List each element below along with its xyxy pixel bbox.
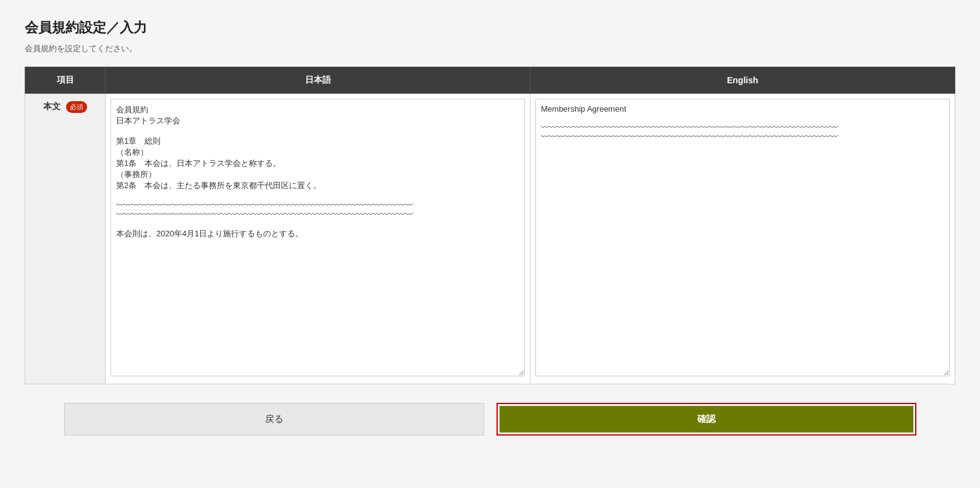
table-row: 本文 必須 会員規約 日本アトラス学会 第1章 総則 （名称） 第1条 本会は、…: [25, 94, 955, 384]
back-button[interactable]: 戻る: [64, 403, 484, 436]
col-header-japanese: 日本語: [106, 67, 530, 94]
col-header-item: 項目: [25, 67, 106, 94]
japanese-textarea-cell: 会員規約 日本アトラス学会 第1章 総則 （名称） 第1条 本会は、日本アトラス…: [106, 94, 530, 384]
page-subtitle: 会員規約を設定してください。: [25, 43, 955, 54]
english-textarea[interactable]: Membership Agreement 〰〰〰〰〰〰〰〰〰〰〰〰〰〰〰〰〰〰〰…: [535, 99, 950, 376]
confirm-button-wrapper: 確認: [496, 403, 916, 436]
page-title: 会員規約設定／入力: [25, 19, 955, 37]
col-header-english: English: [530, 67, 955, 94]
button-row: 戻る 確認: [25, 403, 955, 436]
japanese-textarea[interactable]: 会員規約 日本アトラス学会 第1章 総則 （名称） 第1条 本会は、日本アトラス…: [111, 99, 525, 376]
main-form-table: 項目 日本語 English 本文 必須 会員規約 日本アトラス学会 第1章 総…: [25, 67, 955, 384]
row-label: 本文: [43, 101, 61, 111]
english-textarea-cell: Membership Agreement 〰〰〰〰〰〰〰〰〰〰〰〰〰〰〰〰〰〰〰…: [530, 94, 955, 384]
confirm-button[interactable]: 確認: [500, 406, 913, 432]
row-label-cell: 本文 必須: [25, 94, 106, 384]
required-badge: 必須: [66, 101, 87, 113]
